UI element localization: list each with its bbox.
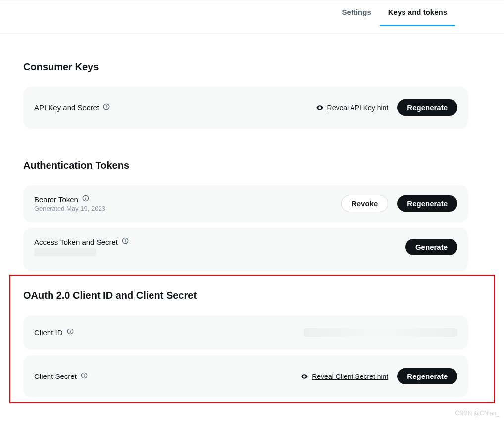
- tab-keys-and-tokens[interactable]: Keys and tokens: [380, 1, 455, 26]
- access-token-label: Access Token and Secret: [34, 238, 118, 246]
- tab-settings[interactable]: Settings: [334, 1, 380, 26]
- reveal-api-key-hint-link[interactable]: Reveal API Key hint: [327, 104, 389, 112]
- client-secret-card: Client Secret Reveal Client Secret hint …: [23, 355, 468, 397]
- info-icon[interactable]: [81, 372, 88, 381]
- info-icon[interactable]: [122, 237, 129, 246]
- client-secret-label: Client Secret: [34, 372, 77, 380]
- bearer-token-generated-date: Generated May 19, 2023: [34, 205, 105, 212]
- eye-icon: [316, 104, 324, 112]
- info-icon[interactable]: [103, 103, 110, 112]
- regenerate-api-key-button[interactable]: Regenerate: [397, 99, 457, 116]
- regenerate-client-secret-button[interactable]: Regenerate: [397, 368, 457, 384]
- tabs-bar: Settings Keys and tokens: [0, 0, 504, 34]
- redacted-value: [34, 248, 96, 256]
- api-key-secret-card: API Key and Secret Reveal API Key hint R…: [23, 87, 468, 129]
- section-title-oauth: OAuth 2.0 Client ID and Client Secret: [23, 290, 468, 301]
- generate-access-token-button[interactable]: Generate: [405, 239, 457, 255]
- bearer-token-label: Bearer Token: [34, 195, 78, 204]
- revoke-bearer-button[interactable]: Revoke: [341, 195, 388, 212]
- reveal-client-secret-hint-link[interactable]: Reveal Client Secret hint: [312, 373, 388, 380]
- bearer-token-card: Bearer Token Generated May 19, 2023 Revo…: [23, 185, 468, 222]
- client-id-card: Client ID: [23, 315, 468, 350]
- info-icon[interactable]: [82, 195, 89, 204]
- access-token-card: Access Token and Secret Generate: [23, 228, 468, 271]
- watermark: CSDN @CNian_: [455, 410, 500, 417]
- client-id-value-redacted: [304, 328, 457, 337]
- section-title-auth-tokens: Authentication Tokens: [23, 160, 468, 171]
- client-id-label: Client ID: [34, 329, 63, 337]
- regenerate-bearer-button[interactable]: Regenerate: [397, 195, 457, 212]
- eye-icon: [301, 373, 308, 380]
- section-title-consumer-keys: Consumer Keys: [23, 61, 468, 73]
- info-icon[interactable]: [67, 328, 74, 337]
- api-key-secret-label: API Key and Secret: [34, 103, 99, 112]
